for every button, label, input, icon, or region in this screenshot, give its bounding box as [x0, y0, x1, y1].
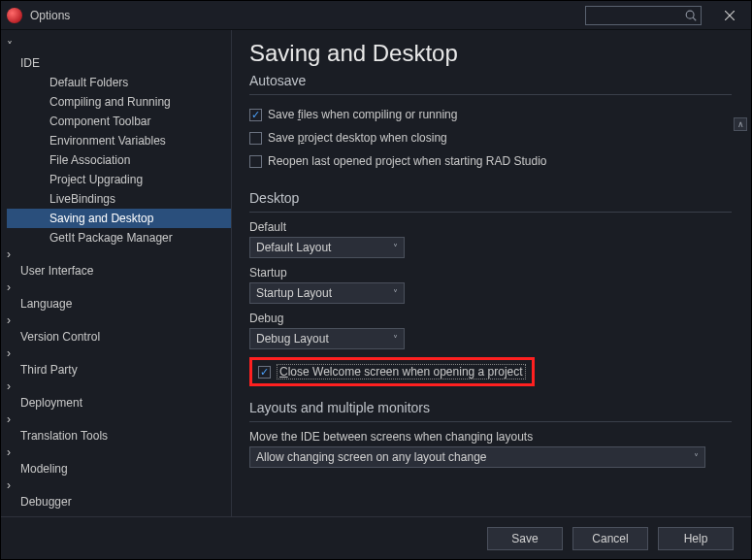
section-autosave: Autosave: [249, 73, 732, 88]
select-value: Allow changing screen on any layout chan…: [256, 450, 487, 464]
section-layouts-monitors: Layouts and multiple monitors: [249, 400, 732, 415]
select-startup-layout[interactable]: Startup Layout ˅: [249, 282, 405, 304]
tree-item[interactable]: LiveBindings: [7, 189, 231, 209]
divider: [249, 94, 732, 95]
svg-line-1: [693, 17, 696, 20]
close-icon: [725, 11, 735, 20]
label-move-ide: Move the IDE between screens when changi…: [249, 430, 732, 444]
checkbox-label: Save files when compiling or running: [268, 108, 457, 121]
tree-item[interactable]: Deployment: [7, 393, 231, 412]
select-value: Startup Layout: [256, 286, 332, 300]
select-move-ide[interactable]: Allow changing screen on any layout chan…: [249, 446, 705, 468]
chevron-right-icon[interactable]: ›: [7, 280, 11, 294]
checkbox-save-project-desktop[interactable]: [249, 132, 262, 145]
checkbox-label: Save project desktop when closing: [268, 131, 447, 145]
divider: [249, 212, 732, 213]
chevron-right-icon[interactable]: ›: [7, 379, 11, 393]
tree-item[interactable]: Third Party: [7, 360, 231, 379]
chevron-right-icon[interactable]: ›: [7, 478, 11, 492]
svg-point-0: [686, 11, 694, 18]
chevron-right-icon[interactable]: ›: [7, 346, 11, 360]
tree-item[interactable]: User Interface: [7, 261, 231, 280]
chevron-down-icon: ˅: [694, 452, 699, 463]
tree-item-saving-and-desktop[interactable]: Saving and Desktop: [7, 209, 231, 228]
tree-item[interactable]: File Association: [7, 150, 231, 170]
scroll-up-button[interactable]: ∧: [734, 117, 747, 131]
checkbox-save-files[interactable]: [249, 109, 262, 121]
close-button[interactable]: [707, 1, 751, 30]
chevron-right-icon[interactable]: ›: [7, 247, 11, 261]
highlight-annotation: Close Welcome screen when opening a proj…: [249, 357, 535, 386]
chevron-down-icon: ˅: [393, 243, 398, 253]
tree-item[interactable]: Environment Variables: [7, 131, 231, 150]
content-panel: Saving and Desktop Autosave ∧ Save files…: [232, 30, 751, 516]
nav-tree[interactable]: ˅ IDE Default Folders Compiling and Runn…: [1, 30, 232, 516]
checkbox-close-welcome[interactable]: [258, 366, 271, 379]
select-value: Default Layout: [256, 241, 331, 254]
tree-item[interactable]: Modeling: [7, 459, 231, 478]
search-input[interactable]: [585, 6, 702, 25]
tree-item[interactable]: Component Toolbar: [7, 112, 231, 131]
select-value: Debug Layout: [256, 332, 329, 346]
chevron-right-icon[interactable]: ›: [7, 313, 11, 327]
tree-item-ide[interactable]: IDE: [7, 53, 231, 73]
checkbox-label: Close Welcome screen when opening a proj…: [277, 364, 526, 379]
label-debug-layout: Debug: [249, 312, 732, 325]
tree-item[interactable]: Language: [7, 294, 231, 313]
chevron-right-icon[interactable]: ›: [7, 445, 11, 459]
tree-item[interactable]: Project Upgrading: [7, 170, 231, 189]
tree-item[interactable]: Debugger: [7, 492, 231, 511]
dialog-footer: Save Cancel Help: [1, 516, 751, 559]
app-icon: [7, 8, 22, 23]
label-startup-layout: Startup: [249, 266, 732, 280]
window-title: Options: [30, 9, 70, 22]
chevron-down-icon: ˅: [393, 334, 398, 345]
checkbox-reopen-last[interactable]: [249, 155, 262, 168]
titlebar: Options: [1, 1, 751, 30]
cancel-button[interactable]: Cancel: [572, 527, 648, 550]
tree-item[interactable]: Default Folders: [7, 73, 231, 92]
chevron-down-icon[interactable]: ˅: [7, 40, 13, 53]
tree-item[interactable]: Version Control: [7, 327, 231, 346]
tree-item[interactable]: Translation Tools: [7, 426, 231, 445]
checkbox-label: Reopen last opened project when starting…: [268, 154, 547, 168]
label-default-layout: Default: [249, 220, 732, 234]
select-default-layout[interactable]: Default Layout ˅: [249, 237, 405, 258]
chevron-down-icon: ˅: [393, 288, 398, 299]
save-button[interactable]: Save: [487, 527, 563, 550]
chevron-right-icon[interactable]: ›: [7, 412, 11, 426]
tree-item[interactable]: GetIt Package Manager: [7, 228, 231, 247]
section-desktop: Desktop: [249, 190, 732, 206]
divider: [249, 421, 732, 422]
help-button[interactable]: Help: [658, 527, 734, 550]
page-title: Saving and Desktop: [249, 40, 732, 67]
tree-item[interactable]: Compiling and Running: [7, 92, 231, 112]
search-icon: [684, 9, 698, 22]
select-debug-layout[interactable]: Debug Layout ˅: [249, 328, 405, 349]
